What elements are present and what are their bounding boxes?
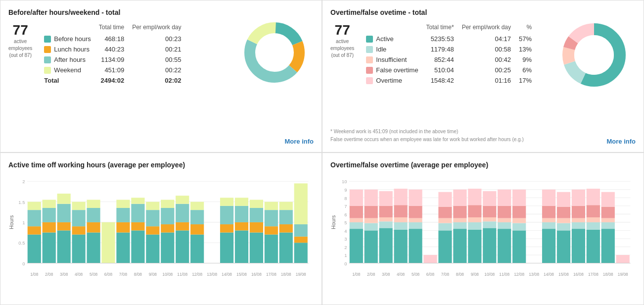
col-header-per-emp: Per empl/work day <box>130 22 187 34</box>
row-per-emp: 00:23 <box>130 34 187 44</box>
row-label: Active <box>364 34 424 44</box>
bar-segment <box>250 233 263 263</box>
bar-segment <box>498 206 511 218</box>
bar-segment <box>116 208 130 222</box>
bar-segment <box>483 228 496 263</box>
bar-segment <box>190 210 204 224</box>
bar-segment <box>72 226 86 235</box>
bar-segment <box>453 222 466 229</box>
bar-segment <box>294 237 308 243</box>
bar-segment <box>43 233 56 263</box>
bar-segment <box>235 222 248 231</box>
x-label: 6/08 <box>426 272 435 277</box>
bar-segment <box>409 222 422 229</box>
bar-segment <box>601 206 615 218</box>
bar-segment <box>116 233 130 263</box>
bar-segment <box>468 217 481 222</box>
bar-segment <box>176 222 189 231</box>
bar-segment <box>438 230 452 263</box>
row-per-emp: 00:21 <box>130 44 187 54</box>
bar-segment <box>146 202 159 210</box>
row-pct: 6% <box>517 65 538 75</box>
row-total: 468:18 <box>97 34 130 44</box>
bar-segment <box>220 224 233 233</box>
bar-segment <box>409 218 422 222</box>
row-total: 1548:42 <box>424 75 460 86</box>
col2-header-total: Total time* <box>424 22 460 34</box>
bar-segment <box>379 206 393 217</box>
panel-overtime-chart: Overtime/false overtime (average per emp… <box>322 152 644 305</box>
bar-segment <box>161 233 174 263</box>
bar-segment <box>453 229 466 263</box>
bar-segment <box>557 192 570 207</box>
bar-segment <box>43 208 56 222</box>
bar-segment <box>379 191 393 206</box>
bar-segment <box>250 208 263 222</box>
svg-text:1: 1 <box>22 220 25 225</box>
row-per-emp: 00:25 <box>460 65 517 75</box>
table-row: Lunch hours 440:23 00:21 <box>42 44 187 54</box>
bar-segment <box>72 210 86 226</box>
bar-segment <box>498 218 511 222</box>
svg-text:5: 5 <box>344 220 347 225</box>
svg-point-10 <box>574 35 614 75</box>
donut-chart-2 <box>559 20 629 92</box>
row-label: After hours <box>42 54 96 65</box>
svg-text:6: 6 <box>344 212 347 217</box>
panel-active-time-chart: Active time off working hours (average p… <box>0 152 322 305</box>
bar-segment <box>265 226 278 235</box>
table-row: Before hours 468:18 00:23 <box>42 34 187 44</box>
stats-table-2: Total time* Per empl/work day % Active 5… <box>364 22 538 86</box>
more-info-btn-2[interactable]: More info <box>607 138 636 145</box>
bar-segment <box>498 190 511 206</box>
svg-text:3: 3 <box>344 236 347 242</box>
bar-segment <box>190 235 204 263</box>
bar-segment <box>279 224 293 233</box>
bar-segment <box>587 205 600 217</box>
panel2-content: 77 activeemployees(out of 87) Total time… <box>330 22 636 86</box>
x-label: 17/08 <box>266 272 276 277</box>
bar-segment <box>146 210 159 226</box>
bar-segment <box>587 222 600 230</box>
table-row: Overtime 1548:42 01:16 17% <box>364 75 538 86</box>
bar-segment <box>365 190 378 206</box>
svg-text:0: 0 <box>344 261 347 266</box>
bar-segment <box>176 196 189 204</box>
bar-segment <box>190 202 204 210</box>
bar-segment <box>279 210 293 224</box>
x-label: 12/08 <box>192 272 202 277</box>
x-label: 18/08 <box>603 272 613 277</box>
x-label: 4/08 <box>397 272 405 277</box>
total-row: Total 2494:02 02:02 <box>42 75 187 86</box>
bar-segment <box>394 230 408 263</box>
x-label: 5/08 <box>412 272 420 277</box>
bar-segment <box>131 204 144 222</box>
x-label: 1/08 <box>30 272 39 277</box>
more-info-btn-1[interactable]: More info <box>285 138 314 145</box>
bar-segment <box>365 230 378 263</box>
bar-segment <box>161 208 174 224</box>
row-per-emp: 00:42 <box>460 54 517 65</box>
x-label: 11/08 <box>499 272 509 277</box>
bar-segment <box>146 235 159 263</box>
bar-segment <box>116 200 130 208</box>
bar-segment <box>557 223 570 231</box>
bar-segment <box>28 226 41 235</box>
emp-label-1: activeemployees(out of 87) <box>8 38 32 59</box>
bar-segment <box>279 233 293 263</box>
x-label: 8/08 <box>456 272 464 277</box>
x-label: 3/08 <box>382 272 390 277</box>
svg-text:Hours: Hours <box>331 215 336 229</box>
bar-segment <box>265 202 278 210</box>
bar-segment <box>542 229 555 263</box>
row-per-emp: 01:16 <box>460 75 517 86</box>
x-label: 15/08 <box>236 272 247 277</box>
col2-header-pct: % <box>517 22 538 34</box>
bar-segment <box>250 200 263 208</box>
bar-segment <box>350 222 363 229</box>
bar-segment <box>498 222 511 229</box>
stats-left: 77 activeemployees(out of 87) Total time… <box>8 22 187 86</box>
bar-segment <box>87 200 100 208</box>
bar-segment <box>87 233 100 263</box>
employee-count-1: 77 activeemployees(out of 87) <box>8 22 32 59</box>
